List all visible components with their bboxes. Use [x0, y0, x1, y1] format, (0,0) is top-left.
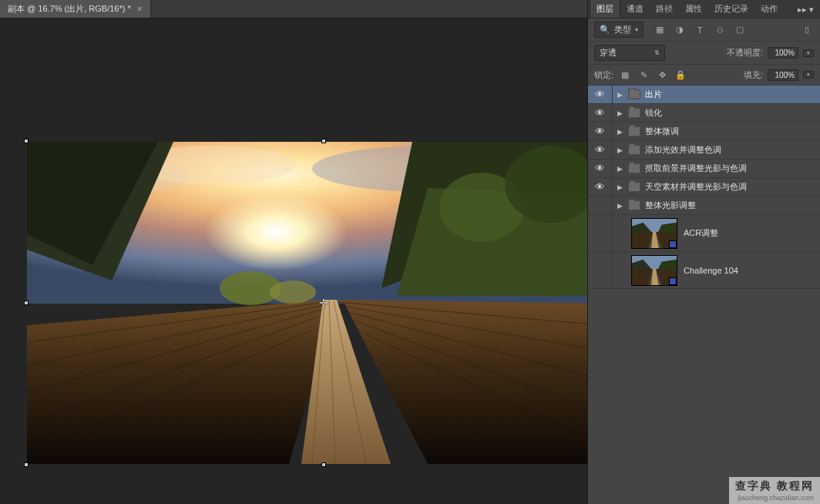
blend-mode-value: 穿透 — [600, 47, 617, 59]
folder-icon — [628, 200, 640, 210]
svg-point-28 — [270, 281, 316, 304]
eye-icon: 👁 — [595, 181, 605, 193]
layer-row[interactable]: 👁▶锐化 — [588, 104, 820, 123]
lock-position-icon[interactable]: ✥ — [655, 68, 669, 82]
visibility-toggle[interactable] — [588, 197, 613, 214]
blend-opacity-row: 穿透 ⇅ 不透明度: 100% ▾ — [588, 42, 820, 65]
disclosure-triangle-icon[interactable]: ▶ — [616, 109, 623, 117]
document-title: 副本 @ 16.7% (出片, RGB/16*) * — [8, 3, 131, 15]
lock-transparent-icon[interactable]: ▦ — [618, 68, 632, 82]
close-icon[interactable]: × — [137, 4, 143, 15]
eye-icon: 👁 — [595, 126, 605, 137]
tab-channels[interactable]: 通道 — [620, 0, 650, 18]
layer-row[interactable]: ▶整体光影调整 — [588, 197, 820, 215]
eye-icon: 👁 — [595, 107, 605, 119]
layer-body: ▶整体微调 — [613, 123, 820, 140]
layer-name[interactable]: 锐化 — [645, 107, 662, 119]
layer-body: ▶抠取前景并调整光影与色调 — [613, 160, 820, 177]
folder-icon — [628, 108, 640, 118]
visibility-toggle[interactable]: 👁 — [588, 104, 613, 122]
blend-mode-dropdown[interactable]: 穿透 ⇅ — [594, 45, 665, 61]
disclosure-triangle-icon[interactable]: ▶ — [616, 183, 623, 191]
filter-type-icon[interactable]: T — [693, 23, 707, 37]
visibility-toggle[interactable]: 👁 — [588, 178, 613, 196]
disclosure-triangle-icon[interactable]: ▶ — [616, 202, 623, 210]
lock-all-icon[interactable]: 🔒 — [674, 68, 687, 82]
artwork-image — [27, 142, 587, 464]
canvas-area: ✛ — [0, 18, 587, 504]
document-tab[interactable]: 副本 @ 16.7% (出片, RGB/16*) * × — [0, 0, 151, 18]
layer-body: ACR调整 — [613, 215, 820, 251]
layer-body: ▶添加光效并调整色调 — [613, 141, 820, 159]
watermark-text: 查字典 教程网 — [735, 479, 814, 493]
panel-tabs: 图层 通道 路径 属性 历史记录 动作 ▸▸ ▾ — [588, 0, 820, 18]
layer-name[interactable]: 整体光影调整 — [645, 200, 696, 211]
transform-handle-top-left[interactable] — [24, 139, 29, 143]
layer-thumbnail[interactable] — [631, 218, 677, 249]
filter-type-dropdown[interactable]: 🔍 类型 ▾ — [594, 22, 644, 38]
disclosure-triangle-icon[interactable]: ▶ — [616, 91, 623, 99]
smart-object-badge-icon — [669, 240, 677, 248]
layer-name[interactable]: 整体微调 — [645, 126, 679, 137]
lock-fill-row: 锁定: ▦ ✎ ✥ 🔒 填充: 100% ▾ — [588, 65, 820, 86]
transform-handle-bottom-left[interactable] — [24, 462, 29, 467]
lock-paint-icon[interactable]: ✎ — [637, 68, 650, 82]
lock-label: 锁定: — [594, 69, 613, 81]
layer-name[interactable]: ACR调整 — [684, 227, 718, 239]
opacity-dropdown-arrow[interactable]: ▾ — [803, 49, 814, 57]
watermark: 查字典 教程网 jiaocheng.chazidian.com — [729, 477, 820, 504]
layer-thumbnail[interactable] — [631, 255, 677, 286]
visibility-toggle[interactable]: 👁 — [588, 141, 613, 159]
filter-shape-icon[interactable]: ◇ — [713, 23, 727, 37]
eye-icon: 👁 — [595, 144, 605, 156]
svg-rect-26 — [27, 142, 587, 464]
disclosure-triangle-icon[interactable]: ▶ — [616, 128, 623, 136]
folder-icon — [628, 89, 640, 99]
tab-paths[interactable]: 路径 — [650, 0, 679, 18]
layer-body: ▶天空素材并调整光影与色调 — [613, 178, 820, 196]
layer-name[interactable]: Challenge 104 — [684, 266, 738, 275]
folder-icon — [628, 145, 640, 155]
filter-pixel-icon[interactable]: ▦ — [653, 23, 667, 37]
tab-history[interactable]: 历史记录 — [708, 0, 754, 18]
tab-properties[interactable]: 属性 — [679, 0, 708, 18]
visibility-toggle[interactable] — [588, 252, 613, 288]
layer-body: ▶整体光影调整 — [613, 197, 820, 214]
layer-row[interactable]: 👁▶抠取前景并调整光影与色调 — [588, 160, 820, 178]
folder-icon — [628, 182, 640, 192]
layer-name[interactable]: 天空素材并调整光影与色调 — [645, 181, 747, 193]
layer-row[interactable]: Challenge 104 — [588, 252, 820, 289]
opacity-input[interactable]: 100% — [768, 47, 798, 59]
chevron-updown-icon: ⇅ — [654, 49, 660, 56]
layer-row[interactable]: 👁▶添加光效并调整色调 — [588, 141, 820, 160]
layer-name[interactable]: 出片 — [645, 89, 662, 100]
fill-input[interactable]: 100% — [768, 69, 798, 81]
layer-row[interactable]: 👁▶出片 — [588, 86, 820, 104]
transform-handle-top-mid[interactable] — [321, 139, 326, 143]
layers-list: 👁▶出片👁▶锐化👁▶整体微调👁▶添加光效并调整色调👁▶抠取前景并调整光影与色调👁… — [588, 86, 820, 504]
layer-row[interactable]: 👁▶整体微调 — [588, 123, 820, 141]
visibility-toggle[interactable] — [588, 215, 613, 251]
tab-actions[interactable]: 动作 — [754, 0, 784, 18]
filter-toggle-switch[interactable]: ▯ — [800, 23, 814, 37]
artwork-bounds[interactable]: ✛ — [27, 142, 587, 464]
transform-handle-mid-left[interactable] — [24, 301, 29, 305]
folder-icon — [628, 163, 640, 173]
panel-menu-icon[interactable]: ▸▸ ▾ — [791, 2, 820, 18]
tab-layers[interactable]: 图层 — [590, 0, 620, 18]
disclosure-triangle-icon[interactable]: ▶ — [616, 165, 623, 173]
layer-name[interactable]: 抠取前景并调整光影与色调 — [645, 163, 747, 174]
filter-adjustment-icon[interactable]: ◑ — [673, 23, 687, 37]
fill-label: 填充: — [744, 69, 763, 81]
transform-handle-bottom-mid[interactable] — [321, 462, 326, 467]
fill-dropdown-arrow[interactable]: ▾ — [803, 71, 814, 79]
visibility-toggle[interactable]: 👁 — [588, 86, 613, 103]
layer-name[interactable]: 添加光效并调整色调 — [645, 144, 721, 156]
filter-smart-icon[interactable]: ▢ — [733, 23, 747, 37]
disclosure-triangle-icon[interactable]: ▶ — [616, 146, 623, 154]
visibility-toggle[interactable]: 👁 — [588, 123, 613, 140]
layer-row[interactable]: ACR调整 — [588, 215, 820, 252]
layer-row[interactable]: 👁▶天空素材并调整光影与色调 — [588, 178, 820, 197]
visibility-toggle[interactable]: 👁 — [588, 160, 613, 177]
folder-icon — [628, 126, 640, 136]
